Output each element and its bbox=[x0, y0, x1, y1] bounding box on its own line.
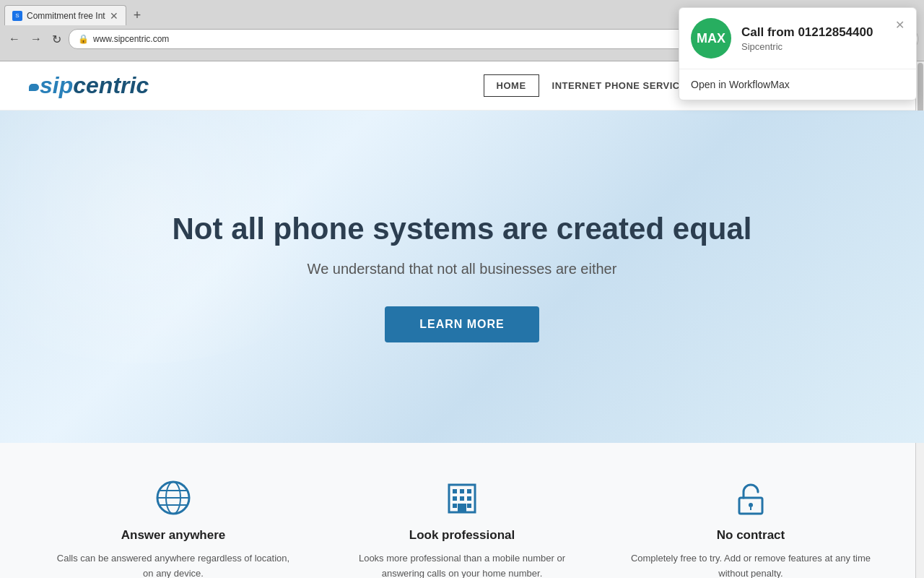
features-section: Answer anywhere Calls can be answered an… bbox=[0, 443, 924, 578]
url-text: www.sipcentric.com bbox=[93, 34, 169, 44]
svg-rect-12 bbox=[453, 504, 457, 508]
svg-rect-10 bbox=[460, 496, 464, 501]
nav-internet-phone[interactable]: INTERNET PHONE SERVICE bbox=[539, 74, 699, 97]
svg-rect-7 bbox=[460, 489, 464, 493]
new-tab-button[interactable]: + bbox=[129, 8, 146, 23]
refresh-button[interactable]: ↻ bbox=[49, 31, 64, 48]
learn-more-button[interactable]: LEARN MORE bbox=[385, 306, 539, 342]
svg-rect-11 bbox=[467, 496, 471, 501]
tab-close-button[interactable]: ✕ bbox=[110, 10, 118, 22]
call-popup-header: MAX Call from 01212854400 Sipcentric ✕ bbox=[679, 8, 916, 69]
svg-rect-9 bbox=[453, 496, 457, 501]
feature-no-contract-title: No contract bbox=[628, 528, 873, 543]
nav-home[interactable]: HOME bbox=[484, 74, 539, 97]
call-popup: MAX Call from 01212854400 Sipcentric ✕ O… bbox=[679, 7, 917, 100]
forward-button[interactable]: → bbox=[27, 31, 45, 47]
logo-centric: centric bbox=[73, 72, 149, 98]
tab-favicon: S bbox=[12, 11, 22, 21]
logo-sip: sip bbox=[40, 72, 73, 98]
popup-close-button[interactable]: ✕ bbox=[895, 18, 905, 32]
feature-no-contract-desc: Completely free to try. Add or remove fe… bbox=[628, 551, 873, 578]
feature-look-professional: Look professional Looks more professiona… bbox=[318, 479, 606, 578]
svg-rect-8 bbox=[467, 489, 471, 493]
feature-answer-anywhere: Answer anywhere Calls can be answered an… bbox=[29, 479, 318, 578]
back-button[interactable]: ← bbox=[6, 31, 23, 47]
unlock-icon bbox=[628, 479, 873, 517]
svg-rect-13 bbox=[467, 504, 471, 508]
svg-rect-6 bbox=[453, 489, 457, 493]
feature-no-contract: No contract Completely free to try. Add … bbox=[606, 479, 895, 578]
globe-icon bbox=[51, 479, 296, 517]
call-popup-action: Open in WorkflowMax bbox=[679, 69, 916, 100]
feature-look-professional-title: Look professional bbox=[339, 528, 585, 543]
browser-tab[interactable]: S Commitment free Int ✕ bbox=[4, 5, 126, 25]
hero-title: Not all phone systems are created equal bbox=[173, 212, 752, 246]
lock-icon: 🔒 bbox=[78, 34, 89, 44]
svg-point-16 bbox=[749, 503, 753, 507]
call-company: Sipcentric bbox=[741, 41, 885, 52]
avatar: MAX bbox=[691, 18, 731, 59]
tab-title: Commitment free Int bbox=[27, 11, 105, 21]
website-content: sipcentric HOME INTERNET PHONE SERVICE S… bbox=[0, 61, 924, 578]
svg-rect-14 bbox=[458, 504, 466, 512]
call-info: Call from 01212854400 Sipcentric bbox=[741, 25, 885, 52]
hero-section: Not all phone systems are created equal … bbox=[0, 111, 924, 443]
logo: sipcentric bbox=[29, 72, 149, 99]
hero-subtitle: We understand that not all businesses ar… bbox=[308, 261, 617, 277]
building-icon bbox=[339, 479, 585, 517]
feature-answer-anywhere-desc: Calls can be answered anywhere regardles… bbox=[51, 551, 296, 578]
feature-answer-anywhere-title: Answer anywhere bbox=[51, 528, 296, 543]
call-number: Call from 01212854400 bbox=[741, 25, 885, 40]
open-in-workflowmax-link[interactable]: Open in WorkflowMax bbox=[691, 79, 790, 90]
feature-look-professional-desc: Looks more professional than a mobile nu… bbox=[339, 551, 585, 578]
